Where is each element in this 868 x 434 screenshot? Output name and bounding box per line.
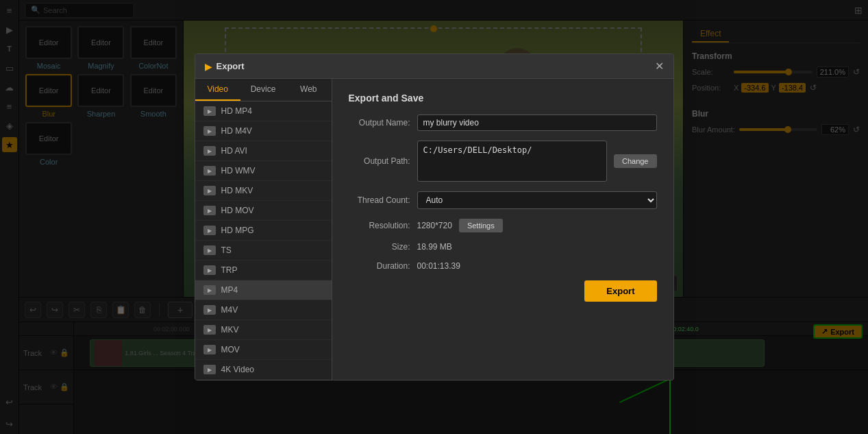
modal-tabs: Video Device Web <box>195 79 332 101</box>
export-main-btn[interactable]: Export <box>584 280 656 302</box>
modal-right: Export and Save Output Name: Output Path… <box>332 79 673 380</box>
resolution-settings-btn[interactable]: Settings <box>459 219 503 232</box>
format-icon-mp4: ▶ <box>203 285 216 295</box>
thread-count-row: Thread Count: Auto 1 2 4 8 <box>349 191 657 209</box>
format-m4v[interactable]: ▶ M4V <box>195 300 332 320</box>
format-icon-mkv: ▶ <box>203 325 216 335</box>
format-label-4k: 4K Video <box>221 365 255 374</box>
format-ts[interactable]: ▶ TS <box>195 241 332 261</box>
format-label-ts: TS <box>221 245 232 255</box>
output-path-label: Output Path: <box>349 156 410 166</box>
format-mov[interactable]: ▶ MOV <box>195 340 332 360</box>
resolution-row: Resolution: 1280*720 Settings <box>349 219 657 232</box>
format-trp[interactable]: ▶ TRP <box>195 261 332 280</box>
duration-row: Duration: 00:01:13.39 <box>349 261 657 271</box>
modal-title-icon: ▶ <box>205 61 212 72</box>
size-value: 18.99 MB <box>417 242 452 252</box>
format-icon-hd-mpg: ▶ <box>203 226 216 235</box>
export-section-title: Export and Save <box>349 93 657 104</box>
size-label: Size: <box>349 242 410 252</box>
modal-body: Video Device Web ▶ HD MP4 ▶ HD M4V ▶ <box>195 79 673 380</box>
output-name-input[interactable] <box>417 114 657 131</box>
format-icon-trp: ▶ <box>203 265 216 275</box>
format-icon-mov: ▶ <box>203 345 216 354</box>
resolution-label: Resolution: <box>349 221 410 230</box>
format-icon-hd-mkv: ▶ <box>203 186 216 195</box>
modal-tab-device[interactable]: Device <box>240 79 286 101</box>
format-label-hd-mov: HD MOV <box>221 206 254 215</box>
format-label-hd-mkv: HD MKV <box>221 186 253 195</box>
export-modal: ▶ Export ✕ Video Device Web ▶ HD MP4 <box>195 53 674 381</box>
output-name-row: Output Name: <box>349 114 657 131</box>
format-label-hd-mp4: HD MP4 <box>221 106 252 116</box>
format-label-mp4: MP4 <box>221 285 238 295</box>
format-icon-4k: ▶ <box>203 365 216 374</box>
duration-label: Duration: <box>349 261 410 271</box>
format-mp4[interactable]: ▶ MP4 <box>195 280 332 300</box>
output-name-label: Output Name: <box>349 118 410 128</box>
format-mkv[interactable]: ▶ MKV <box>195 320 332 340</box>
output-path-input[interactable] <box>417 141 607 182</box>
modal-header: ▶ Export ✕ <box>195 54 673 79</box>
modal-close-btn[interactable]: ✕ <box>655 60 664 73</box>
thread-count-select[interactable]: Auto 1 2 4 8 <box>417 191 657 209</box>
modal-tab-web[interactable]: Web <box>286 79 331 101</box>
format-icon-hd-mov: ▶ <box>203 206 216 215</box>
format-hd-mov[interactable]: ▶ HD MOV <box>195 201 332 221</box>
format-label-hd-mpg: HD MPG <box>221 226 254 235</box>
format-list: ▶ HD MP4 ▶ HD M4V ▶ HD AVI ▶ HD WMV <box>195 101 332 380</box>
format-icon-hd-m4v: ▶ <box>203 126 216 136</box>
format-label-trp: TRP <box>221 265 238 275</box>
resolution-value: 1280*720 <box>417 221 452 230</box>
format-icon-ts: ▶ <box>203 245 216 255</box>
format-hd-mpg[interactable]: ▶ HD MPG <box>195 221 332 241</box>
format-label-mov: MOV <box>221 345 240 354</box>
format-icon-hd-avi: ▶ <box>203 146 216 156</box>
format-label-hd-m4v: HD M4V <box>221 126 252 136</box>
modal-title: Export <box>216 61 245 71</box>
format-icon-m4v: ▶ <box>203 305 216 315</box>
format-hd-m4v[interactable]: ▶ HD M4V <box>195 121 332 141</box>
change-path-btn[interactable]: Change <box>614 154 657 168</box>
format-icon-hd-wmv: ▶ <box>203 166 216 176</box>
modal-tab-video[interactable]: Video <box>195 79 240 101</box>
modal-left: Video Device Web ▶ HD MP4 ▶ HD M4V ▶ <box>195 79 332 380</box>
format-hd-mkv[interactable]: ▶ HD MKV <box>195 181 332 201</box>
export-modal-overlay: ▶ Export ✕ Video Device Web ▶ HD MP4 <box>0 0 868 434</box>
format-icon-hd-mp4: ▶ <box>203 106 216 116</box>
thread-count-label: Thread Count: <box>349 195 410 205</box>
format-label-mkv: MKV <box>221 325 239 335</box>
format-hd-wmv[interactable]: ▶ HD WMV <box>195 161 332 181</box>
format-label-m4v: M4V <box>221 305 238 315</box>
output-path-row: Output Path: Change <box>349 141 657 182</box>
format-hd-avi[interactable]: ▶ HD AVI <box>195 141 332 161</box>
format-4k[interactable]: ▶ 4K Video <box>195 360 332 380</box>
duration-value: 00:01:13.39 <box>417 261 460 271</box>
format-label-hd-wmv: HD WMV <box>221 166 256 176</box>
format-label-hd-avi: HD AVI <box>221 146 247 156</box>
format-hd-mp4[interactable]: ▶ HD MP4 <box>195 101 332 121</box>
size-row: Size: 18.99 MB <box>349 242 657 252</box>
